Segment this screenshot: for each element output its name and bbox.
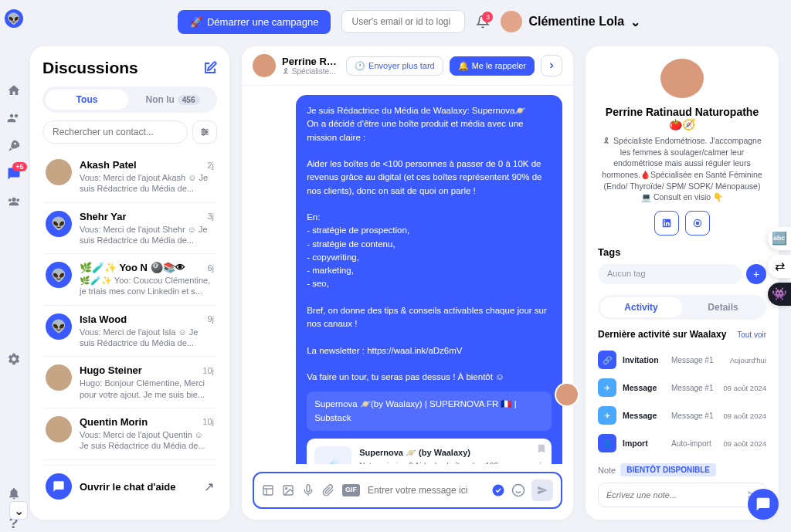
link-preview-card[interactable]: ☄️ Supernova 🪐 (by Waalaxy) Notre missio… [307, 439, 552, 464]
conversation-item[interactable]: 👽 Isla Wood9j Vous: Merci de l'ajout Isl… [42, 305, 217, 357]
svg-point-4 [205, 131, 207, 133]
conv-avatar: 👽 [46, 313, 72, 340]
conversation-item[interactable]: 👽 🌿🧪✨ Yoo N 🎱📚👁6j 🌿🧪✨ Yoo: Coucou Clémen… [42, 253, 217, 305]
notifications-button[interactable]: 3 [476, 15, 490, 29]
svg-point-3 [202, 129, 204, 130]
rocket-icon: 🚀 [190, 16, 202, 28]
activity-title: Dernière activité sur Waalaxy [598, 329, 726, 340]
conversation-item[interactable]: 👽 Shehr Yar3j Vous: Merci de l'ajout She… [42, 202, 217, 254]
user-avatar [501, 11, 522, 32]
nav-notif-icon[interactable] [7, 486, 21, 500]
activity-item: ✈ Message Message #1 09 août 2024 [598, 402, 766, 429]
activity-item: 👤 Import Auto-import 09 août 2024 [598, 429, 766, 457]
tab-unread[interactable]: Non lu 456 [131, 90, 214, 110]
add-tag-button[interactable]: + [746, 264, 766, 284]
bell-badge: 3 [482, 12, 493, 22]
start-campaign-button[interactable]: 🚀 Démarrer une campagne [178, 10, 331, 34]
conv-avatar: 👽 [46, 262, 72, 288]
nav-team-icon[interactable] [7, 195, 21, 208]
image-icon[interactable] [282, 484, 294, 496]
collapse-nav-button[interactable]: ⌄ [9, 501, 28, 520]
svg-point-12 [513, 485, 525, 496]
conversation-item[interactable]: Quentin Morin10j Vous: Merci de l'ajout … [42, 408, 217, 459]
clock-icon: 🕐 [355, 61, 365, 71]
template-icon[interactable] [262, 484, 274, 496]
profile-name: Perrine Ratinaud Naturopathe 🍅🧭 [598, 106, 766, 130]
float-alien-icon[interactable]: 👾 [768, 283, 791, 306]
target-button[interactable] [685, 211, 710, 236]
activity-icon: ✈ [598, 378, 616, 397]
help-chat-button[interactable]: Ouvrir le chat d'aide ↗ [42, 465, 217, 507]
float-translate-icon[interactable]: 🔤 [768, 227, 791, 250]
chevron-down-icon: ⌄ [630, 15, 640, 29]
conversation-item[interactable]: Akash Patel2j Vous: Merci de l'ajout Aka… [42, 151, 217, 202]
edit-icon[interactable] [203, 61, 217, 75]
message-out: Je suis Rédactrice du Média de Waalaxy: … [296, 95, 562, 464]
chat-contact-sub: 🎗 Spécialiste... [282, 67, 340, 76]
activity-item: ✈ Message Message #1 09 août 2024 [598, 374, 766, 402]
svg-point-10 [286, 488, 287, 490]
note-label: Note [598, 466, 616, 475]
svg-point-11 [493, 485, 504, 496]
reply-avatar [555, 382, 579, 407]
nav-people-icon[interactable] [7, 111, 21, 125]
activity-icon: 👤 [598, 434, 616, 452]
profile-avatar [660, 59, 704, 98]
mic-icon[interactable] [302, 484, 314, 496]
conv-avatar [46, 364, 72, 391]
svg-point-14 [696, 222, 699, 225]
bell-icon: 🔔 [458, 61, 469, 71]
bookmark-icon [536, 443, 547, 454]
conv-avatar: 👽 [46, 211, 72, 237]
conversation-item[interactable]: 👽 Dr Ruba Ghaznavi ✔14j Vous: Merci de l… [42, 459, 217, 465]
activity-icon: 🔗 [598, 351, 616, 369]
tab-all[interactable]: Tous [46, 90, 128, 110]
no-tag-label: Aucun tag [598, 264, 742, 284]
check-icon[interactable] [491, 483, 505, 497]
send-later-button[interactable]: 🕐 Envoyer plus tard [346, 56, 443, 76]
intercom-button[interactable] [748, 489, 779, 520]
conv-avatar [46, 416, 72, 442]
float-switch-icon[interactable]: ⇄ [768, 255, 791, 278]
filter-button[interactable] [192, 120, 217, 144]
search-contact-input[interactable] [42, 120, 188, 144]
external-link-icon: ↗ [204, 479, 214, 494]
emoji-icon[interactable] [511, 483, 525, 497]
note-badge: BIENTÔT DISPONIBLE [620, 463, 716, 476]
chat-contact-avatar [253, 54, 276, 77]
linkedin-button[interactable] [654, 211, 679, 236]
tab-activity[interactable]: Activity [600, 297, 682, 317]
activity-icon: ✈ [598, 406, 616, 425]
nav-settings-icon[interactable] [7, 352, 21, 366]
remind-button[interactable]: 🔔 Me le rappeler [450, 56, 535, 76]
user-menu[interactable]: Clémentine Lola ⌄ [501, 11, 640, 32]
nav-chat-icon[interactable]: +5 [7, 167, 21, 181]
expand-button[interactable] [541, 55, 562, 76]
send-button[interactable] [531, 479, 553, 501]
conversation-item[interactable]: Hugo Steiner10j Hugo: Bonjour Clémentine… [42, 356, 217, 408]
see-all-link[interactable]: Tout voir [737, 330, 766, 339]
gif-icon[interactable]: GIF [342, 484, 360, 496]
activity-item: 🔗 Invitation Message #1 Aujourd'hui [598, 346, 766, 374]
svg-rect-6 [263, 486, 273, 495]
chat-contact-name: Perrine Ratin... [282, 56, 340, 67]
nav-rocket-icon[interactable] [7, 139, 21, 153]
note-input[interactable] [606, 490, 747, 500]
link-thumb: ☄️ [314, 446, 351, 464]
app-logo[interactable]: 👽 [5, 9, 23, 28]
user-search-input[interactable] [341, 10, 465, 33]
tags-title: Tags [598, 246, 766, 258]
profile-bio: 🎗 Spécialiste Endométriose. J'accompagne… [598, 135, 766, 203]
conv-avatar [46, 159, 72, 185]
svg-point-5 [202, 134, 204, 135]
tab-details[interactable]: Details [682, 297, 764, 317]
message-input[interactable] [368, 485, 484, 496]
nav-home-icon[interactable] [7, 83, 21, 97]
discussions-title: Discussions [42, 59, 138, 77]
chat-icon [46, 473, 72, 500]
attach-icon[interactable] [322, 484, 334, 496]
nav-chat-badge: +5 [12, 162, 26, 171]
